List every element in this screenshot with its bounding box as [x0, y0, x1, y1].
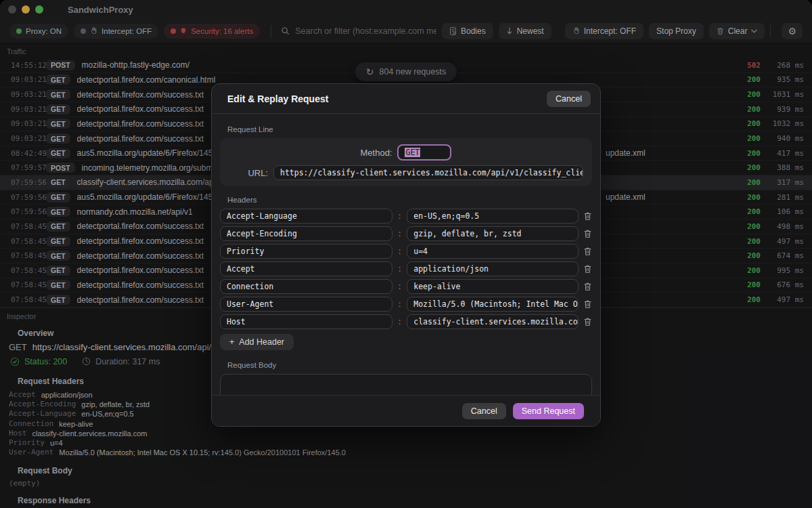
delete-header-button[interactable]: [583, 229, 592, 238]
colon-separator: :: [397, 211, 402, 221]
header-editor-row: Connection:keep-alive: [220, 279, 592, 294]
modal-cancel-button[interactable]: Cancel: [462, 403, 506, 419]
edit-replay-modal: Edit & Replay Request Cancel Request Lin…: [211, 83, 601, 427]
header-name-input[interactable]: Priority: [220, 244, 392, 259]
modal-title: Edit & Replay Request: [227, 93, 328, 104]
headers-list: Accept-Language:en-US,en;q=0.5Accept-Enc…: [220, 209, 592, 329]
delete-header-button[interactable]: [583, 264, 592, 274]
delete-header-button[interactable]: [583, 299, 592, 309]
header-value-input[interactable]: keep-alive: [407, 279, 579, 294]
url-row: URL: https://classify-client.services.mo…: [229, 165, 583, 180]
header-name-input[interactable]: Host: [220, 314, 392, 329]
header-value-input[interactable]: en-US,en;q=0.5: [407, 209, 579, 224]
header-value-input[interactable]: Mozilla/5.0 (Macintosh; Intel Mac OS X 1…: [407, 297, 579, 312]
header-name-input[interactable]: Accept-Encoding: [220, 226, 392, 241]
header-value-input[interactable]: gzip, deflate, br, zstd: [407, 226, 579, 241]
method-selected-text: GET: [405, 148, 420, 157]
send-request-button[interactable]: Send Request: [513, 403, 584, 419]
header-name-input[interactable]: User-Agent: [220, 297, 392, 312]
app-window: SandwichProxy Proxy: ON Intercept: OFF S…: [0, 0, 812, 508]
delete-header-button[interactable]: [583, 211, 592, 221]
colon-separator: :: [397, 282, 402, 291]
colon-separator: :: [397, 247, 402, 256]
colon-separator: :: [397, 229, 402, 238]
header-value-input[interactable]: classify-client.services.mozilla.com: [407, 314, 579, 329]
request-body-section-label: Request Body: [227, 361, 592, 369]
add-header-label: Add Header: [239, 337, 284, 347]
header-editor-row: Accept:application/json: [220, 261, 592, 276]
header-editor-row: Priority:u=4: [220, 244, 592, 259]
request-line-panel: Method: GET URL: https://classify-client…: [220, 138, 592, 186]
delete-header-button[interactable]: [583, 317, 592, 326]
modal-footer: Cancel Send Request: [212, 395, 600, 426]
request-line-section-label: Request Line: [227, 125, 592, 133]
url-input[interactable]: https://classify-client.services.mozilla…: [273, 165, 583, 180]
colon-separator: :: [397, 317, 402, 326]
header-editor-row: Accept-Language:en-US,en;q=0.5: [220, 209, 592, 224]
header-value-input[interactable]: u=4: [407, 244, 579, 259]
headers-section-label: Headers: [227, 196, 592, 204]
delete-header-button[interactable]: [583, 282, 592, 291]
header-editor-row: Host:classify-client.services.mozilla.co…: [220, 314, 592, 329]
header-value-input[interactable]: application/json: [407, 261, 579, 276]
modal-cancel-top-button[interactable]: Cancel: [547, 91, 591, 107]
delete-header-button[interactable]: [583, 247, 592, 256]
request-body-textarea[interactable]: [220, 374, 592, 395]
plus-icon: +: [229, 337, 234, 347]
method-input[interactable]: GET: [397, 144, 451, 161]
add-header-button[interactable]: + Add Header: [220, 334, 294, 350]
header-editor-row: Accept-Encoding:gzip, deflate, br, zstd: [220, 226, 592, 241]
method-label: Method:: [361, 148, 392, 158]
colon-separator: :: [397, 264, 402, 274]
modal-header: Edit & Replay Request Cancel: [212, 84, 600, 114]
header-name-input[interactable]: Accept: [220, 261, 392, 276]
url-label: URL:: [229, 168, 268, 178]
colon-separator: :: [397, 299, 402, 309]
header-name-input[interactable]: Accept-Language: [220, 209, 392, 224]
method-row: Method: GET: [229, 144, 583, 161]
modal-body: Request Line Method: GET URL: https://cl…: [212, 114, 600, 395]
header-editor-row: User-Agent:Mozilla/5.0 (Macintosh; Intel…: [220, 297, 592, 312]
header-name-input[interactable]: Connection: [220, 279, 392, 294]
